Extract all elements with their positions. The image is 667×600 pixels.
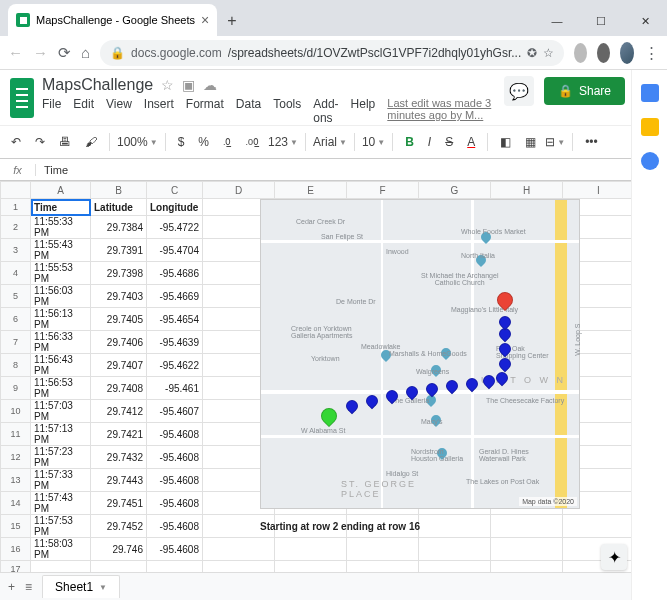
menu-data[interactable]: Data	[236, 97, 261, 125]
row-header[interactable]: 10	[1, 400, 31, 423]
column-header[interactable]: H	[491, 182, 563, 199]
cell[interactable]: -95.4722	[147, 216, 203, 239]
spreadsheet-grid[interactable]: ABCDEFGHI1TimeLatitudeLongitude211:55:33…	[0, 181, 667, 591]
maximize-button[interactable]: ☐	[579, 6, 623, 36]
profile-avatar[interactable]	[620, 42, 634, 64]
cell[interactable]: 29.7421	[91, 423, 147, 446]
cell[interactable]: 11:56:13 PM	[31, 308, 91, 331]
row-header[interactable]: 11	[1, 423, 31, 446]
row-header[interactable]: 5	[1, 285, 31, 308]
cell[interactable]: 29.7408	[91, 377, 147, 400]
url-field[interactable]: 🔒 docs.google.com /spreadsheets/d/1OVZwt…	[100, 40, 564, 66]
cell[interactable]: -95.4608	[147, 515, 203, 538]
cell[interactable]: 11:55:43 PM	[31, 239, 91, 262]
cell[interactable]: 11:57:43 PM	[31, 492, 91, 515]
share-button[interactable]: 🔒 Share	[544, 77, 625, 105]
cell[interactable]: -95.4704	[147, 239, 203, 262]
menu-format[interactable]: Format	[186, 97, 224, 125]
cell[interactable]: 11:58:03 PM	[31, 538, 91, 561]
minimize-button[interactable]: —	[535, 6, 579, 36]
cell[interactable]: 29.7412	[91, 400, 147, 423]
cell[interactable]: 29.7451	[91, 492, 147, 515]
cell[interactable]	[419, 538, 491, 561]
row-header[interactable]: 3	[1, 239, 31, 262]
decrease-decimal-button[interactable]: .0̲	[218, 134, 237, 150]
row-header[interactable]: 15	[1, 515, 31, 538]
font-size-dropdown[interactable]: 10▼	[362, 135, 385, 149]
home-button[interactable]: ⌂	[81, 44, 90, 61]
close-tab-icon[interactable]: ×	[201, 12, 209, 28]
column-header[interactable]: A	[31, 182, 91, 199]
percent-button[interactable]: %	[193, 132, 214, 152]
all-sheets-button[interactable]: ≡	[25, 580, 32, 594]
cell[interactable]: -95.4639	[147, 331, 203, 354]
cell[interactable]: 11:57:03 PM	[31, 400, 91, 423]
cell[interactable]: -95.4622	[147, 354, 203, 377]
cell[interactable]: 11:57:23 PM	[31, 446, 91, 469]
menu-addons[interactable]: Add-ons	[313, 97, 338, 125]
cell[interactable]: 11:56:53 PM	[31, 377, 91, 400]
cell[interactable]: 11:56:33 PM	[31, 331, 91, 354]
cell[interactable]	[491, 515, 563, 538]
reload-button[interactable]: ⟳	[58, 44, 71, 62]
cell[interactable]: -95.4608	[147, 446, 203, 469]
cell[interactable]	[203, 538, 275, 561]
text-color-button[interactable]: A	[462, 132, 480, 152]
formula-value[interactable]: Time	[36, 164, 68, 176]
document-title[interactable]: MapsChallenge	[42, 76, 153, 94]
row-header[interactable]: 4	[1, 262, 31, 285]
increase-decimal-button[interactable]: .00̲	[241, 134, 265, 150]
column-header[interactable]: C	[147, 182, 203, 199]
menu-view[interactable]: View	[106, 97, 132, 125]
cell[interactable]: 29.7407	[91, 354, 147, 377]
comments-button[interactable]: 💬	[504, 76, 534, 106]
bookmark-icon[interactable]: ☆	[543, 46, 554, 60]
borders-button[interactable]: ▦	[520, 132, 541, 152]
cell[interactable]: Time	[31, 199, 91, 216]
extension-icon[interactable]	[574, 43, 587, 63]
last-edit-link[interactable]: Last edit was made 3 minutes ago by M...	[387, 97, 496, 125]
cell[interactable]: 29.7406	[91, 331, 147, 354]
cloud-icon[interactable]: ☁	[203, 77, 217, 93]
print-button[interactable]: 🖶	[54, 132, 76, 152]
cell[interactable]: -95.4608	[147, 492, 203, 515]
row-header[interactable]: 6	[1, 308, 31, 331]
kebab-menu-icon[interactable]: ⋮	[644, 44, 659, 62]
row-header[interactable]: 7	[1, 331, 31, 354]
cell[interactable]: -95.4654	[147, 308, 203, 331]
keep-addon-icon[interactable]	[641, 118, 659, 136]
cell[interactable]	[275, 538, 347, 561]
cell[interactable]	[563, 515, 635, 538]
undo-button[interactable]: ↶	[6, 132, 26, 152]
cell[interactable]: 29.7391	[91, 239, 147, 262]
bold-button[interactable]: B	[400, 132, 419, 152]
cell[interactable]: -95.4669	[147, 285, 203, 308]
sheets-logo-icon[interactable]	[10, 78, 34, 118]
row-header[interactable]: 16	[1, 538, 31, 561]
italic-button[interactable]: I	[423, 132, 436, 152]
redo-button[interactable]: ↷	[30, 132, 50, 152]
menu-tools[interactable]: Tools	[273, 97, 301, 125]
translate-icon[interactable]: ✪	[527, 46, 537, 60]
cell[interactable]: -95.4608	[147, 423, 203, 446]
extension-icon-2[interactable]	[597, 43, 610, 63]
cell[interactable]: -95.4686	[147, 262, 203, 285]
new-tab-button[interactable]: +	[217, 6, 246, 36]
zoom-dropdown[interactable]: 100%▼	[117, 135, 158, 149]
cell[interactable]: 11:57:33 PM	[31, 469, 91, 492]
menu-file[interactable]: File	[42, 97, 61, 125]
cell[interactable]	[347, 538, 419, 561]
menu-insert[interactable]: Insert	[144, 97, 174, 125]
cell[interactable]: 29.7452	[91, 515, 147, 538]
menu-edit[interactable]: Edit	[73, 97, 94, 125]
cell[interactable]	[491, 538, 563, 561]
move-icon[interactable]: ▣	[182, 77, 195, 93]
column-header[interactable]: G	[419, 182, 491, 199]
column-header[interactable]: F	[347, 182, 419, 199]
cell[interactable]: -95.461	[147, 377, 203, 400]
cell[interactable]: Latitude	[91, 199, 147, 216]
forward-button[interactable]: →	[33, 44, 48, 61]
sheet-tab-menu-icon[interactable]: ▼	[99, 583, 107, 592]
add-sheet-button[interactable]: +	[8, 580, 15, 594]
row-header[interactable]: 12	[1, 446, 31, 469]
